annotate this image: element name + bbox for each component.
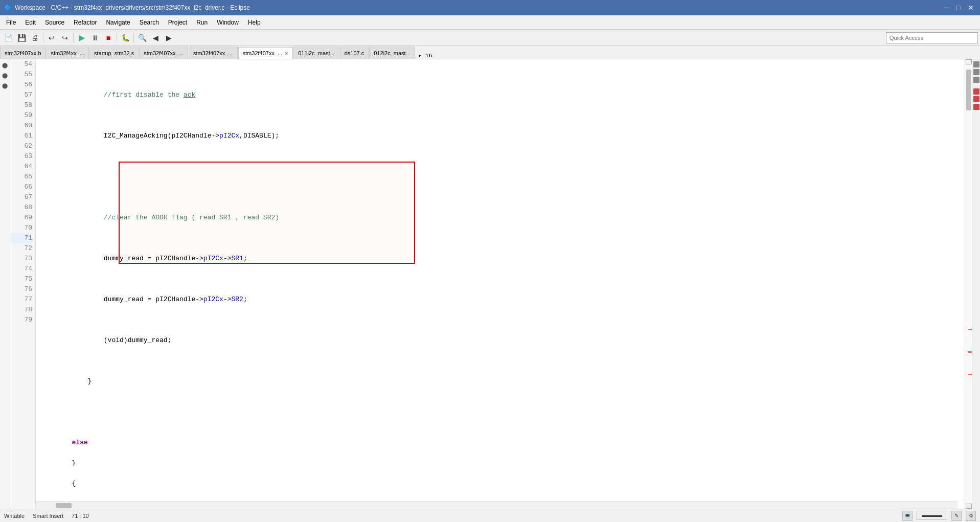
status-icon-1[interactable]: 💻 — [902, 511, 913, 521]
collapse-icon-1[interactable]: ⬤ — [1, 61, 9, 70]
editor-area[interactable]: //first disable the ack I2C_ManageAcking… — [36, 59, 965, 509]
menu-run[interactable]: Run — [192, 17, 212, 28]
run-button[interactable]: ▶ — [76, 32, 88, 44]
search-toolbar-btn[interactable]: 🔍 — [136, 32, 148, 44]
tab-012i2c[interactable]: 012i2c_mast... — [369, 47, 415, 59]
code-line-58: dummy_read = pI2CHandle->pI2Cx->SR1; — [40, 254, 961, 264]
status-icon-2[interactable]: ▬▬▬▬ — [917, 511, 947, 520]
menu-window[interactable]: Window — [213, 17, 243, 28]
tab-label: stm32f407xx_... — [193, 50, 233, 56]
horizontal-scrollbar[interactable] — [36, 502, 958, 509]
far-right-icon-2[interactable] — [973, 69, 979, 75]
forward-button[interactable]: ▶ — [163, 32, 175, 44]
tab-close-icon[interactable]: ✕ — [284, 51, 288, 56]
tab-overflow[interactable]: ▸ 16 — [416, 52, 435, 59]
quick-access-input[interactable] — [886, 32, 978, 43]
code-line-54: //first disable the ack — [40, 90, 961, 100]
save-button[interactable]: 💾 — [15, 32, 28, 44]
tab-label: 012i2c_mast... — [374, 50, 411, 56]
tab-label: ds107.c — [345, 50, 364, 56]
overview-ruler[interactable] — [965, 59, 972, 509]
title-bar: 🔷 Workspace - C/C++ - stm32f4xx_drivers/… — [0, 0, 980, 15]
menu-help[interactable]: Help — [244, 17, 265, 28]
far-right-panel — [972, 59, 980, 509]
code-line-56 — [40, 172, 961, 182]
app-icon: 🔷 — [4, 4, 12, 11]
menu-source[interactable]: Source — [41, 17, 69, 28]
title-bar-controls[interactable]: ─ □ ✕ — [941, 3, 976, 13]
menu-search[interactable]: Search — [135, 17, 163, 28]
status-writable: Writable — [4, 513, 25, 519]
far-right-icon-1[interactable] — [973, 61, 979, 67]
far-right-icon-6[interactable] — [973, 104, 979, 110]
print-button[interactable]: 🖨 — [29, 32, 41, 44]
tab-stm32f4xx-1[interactable]: stm32f4xx_... — [47, 47, 89, 59]
code-line-55: I2C_ManageAcking(pI2CHandle->pI2Cx,DISAB… — [40, 131, 961, 141]
status-bar: Writable Smart Insert 71 : 10 💻 ▬▬▬▬ ✎ ⚙ — [0, 509, 980, 522]
far-right-icon-4[interactable] — [973, 88, 979, 95]
status-position: 71 : 10 — [72, 513, 89, 519]
collapse-icon-3[interactable]: ⬤ — [1, 82, 9, 90]
code-line-65: { — [40, 479, 961, 489]
back-button[interactable]: ◀ — [149, 32, 162, 44]
tab-stm32f407xx-3[interactable]: stm32f407xx_... — [189, 47, 238, 59]
tab-label: stm32f4xx_... — [51, 50, 84, 56]
tab-label: 011i2c_mast... — [298, 50, 335, 56]
menu-project[interactable]: Project — [164, 17, 191, 28]
tab-011i2c[interactable]: 011i2c_mast... — [293, 47, 339, 59]
status-icon-4[interactable]: ⚙ — [966, 511, 976, 521]
minimize-button[interactable]: ─ — [941, 3, 951, 13]
redo-button[interactable]: ↪ — [59, 32, 71, 44]
status-smart-insert: Smart Insert — [33, 513, 63, 519]
tab-startup[interactable]: startup_stm32.s — [89, 47, 139, 59]
menu-edit[interactable]: Edit — [21, 17, 40, 28]
maximize-button[interactable]: □ — [953, 3, 964, 13]
status-icon-3[interactable]: ✎ — [951, 511, 962, 521]
main-layout: ⬤ ⬤ ⬤ 54 55 56 57 58 59 60 61 62 63 64 6… — [0, 59, 980, 509]
code-line-57: //clear the ADDR flag ( read SR1 , read … — [40, 213, 961, 223]
tab-stm32f407xx-h[interactable]: stm32f407xx.h — [0, 47, 46, 59]
far-right-icon-3[interactable] — [973, 77, 979, 83]
tab-label: startup_stm32.s — [94, 50, 134, 56]
left-gutter: ⬤ ⬤ ⬤ — [0, 59, 10, 509]
toolbar-sep-3 — [117, 33, 117, 43]
debug-button[interactable]: 🐛 — [119, 32, 131, 44]
tabs-bar: stm32f407xx.h stm32f4xx_... startup_stm3… — [0, 46, 980, 59]
line-numbers: 54 55 56 57 58 59 60 61 62 63 64 65 66 6… — [10, 59, 36, 509]
close-button[interactable]: ✕ — [966, 3, 976, 13]
code-line-64: else — [40, 438, 961, 448]
menu-file[interactable]: File — [2, 17, 20, 28]
menu-refactor[interactable]: Refactor — [70, 17, 101, 28]
collapse-icon-2[interactable]: ⬤ — [1, 72, 9, 80]
toolbar-sep-1 — [43, 33, 43, 43]
stop-button[interactable]: ■ — [102, 32, 115, 44]
tab-label: stm32f407xx_... — [144, 50, 184, 56]
toolbar-sep-2 — [73, 33, 74, 43]
tab-label: stm32f407xx.h — [5, 50, 41, 56]
tab-ds107[interactable]: ds107.c — [340, 47, 369, 59]
undo-button[interactable]: ↩ — [45, 32, 58, 44]
new-button[interactable]: 📄 — [2, 32, 14, 44]
tab-label: stm32f407xx_... — [243, 50, 283, 56]
tab-stm32f407xx-active[interactable]: stm32f407xx_... ✕ — [238, 47, 293, 59]
menu-navigate[interactable]: Navigate — [102, 17, 134, 28]
far-right-icon-5[interactable] — [973, 96, 979, 102]
menu-bar: File Edit Source Refactor Navigate Searc… — [0, 15, 980, 30]
scroll-thumb — [966, 70, 971, 110]
pause-button[interactable]: ⏸ — [89, 32, 101, 44]
window-title: Workspace - C/C++ - stm32f4xx_drivers/dr… — [15, 4, 250, 11]
toolbar: 📄 💾 🖨 ↩ ↪ ▶ ⏸ ■ 🐛 🔍 ◀ ▶ — [0, 30, 980, 46]
toolbar-sep-4 — [133, 33, 134, 43]
title-bar-left: 🔷 Workspace - C/C++ - stm32f4xx_drivers/… — [4, 4, 250, 11]
tab-stm32f407xx-2[interactable]: stm32f407xx_... — [139, 47, 188, 59]
code-content-2: else { //clear the ADDR flag ( read SR1 … — [36, 274, 965, 509]
